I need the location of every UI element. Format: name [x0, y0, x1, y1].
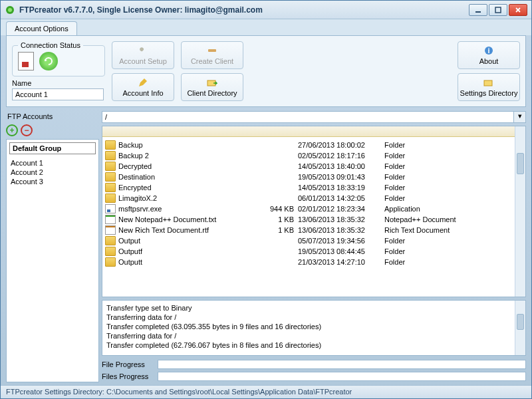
- settings-directory-button[interactable]: Settings Directory: [458, 73, 520, 101]
- file-date: 21/03/2013 14:27:10: [298, 258, 384, 266]
- account-info-button[interactable]: Account Info: [112, 73, 174, 101]
- name-label: Name: [12, 79, 105, 87]
- file-name: Encrypted: [118, 184, 268, 192]
- folder-icon: [105, 257, 116, 267]
- connection-status-box: Connection Status: [12, 41, 105, 76]
- log-scrollbar[interactable]: [515, 301, 525, 355]
- account-item[interactable]: Account 2: [9, 168, 96, 177]
- tabstrip: Account Options: [1, 19, 531, 35]
- svg-text:i: i: [487, 47, 489, 55]
- delete-account-button[interactable]: −: [21, 124, 33, 136]
- folder-gear-icon: [483, 77, 494, 88]
- file-name: Decrypted: [118, 162, 268, 170]
- file-type: Folder: [384, 152, 523, 160]
- log-line: Transfer completed (63.095.355 bytes in …: [106, 322, 521, 331]
- file-name: msftpsrvr.exe: [118, 205, 268, 213]
- maximize-button[interactable]: [489, 4, 507, 16]
- file-progress-label: File Progress: [102, 360, 154, 368]
- file-type: Folder: [384, 173, 523, 181]
- file-list-header: [102, 126, 525, 137]
- file-date: 14/05/2013 18:40:00: [298, 162, 384, 170]
- file-date: 13/06/2013 18:35:32: [298, 226, 384, 234]
- app-icon: [5, 5, 15, 15]
- client-directory-button[interactable]: Client Directory: [181, 73, 243, 101]
- file-row[interactable]: Encrypted14/05/2013 18:33:19Folder: [102, 182, 525, 193]
- file-date: 06/01/2013 14:32:05: [298, 194, 384, 202]
- file-size: 944 KB: [268, 205, 298, 213]
- file-row[interactable]: Output05/07/2013 19:34:56Folder: [102, 235, 525, 246]
- about-button[interactable]: i About: [458, 41, 520, 69]
- minimize-button[interactable]: [469, 4, 487, 16]
- file-type: Folder: [384, 184, 523, 192]
- tab-account-options[interactable]: Account Options: [6, 21, 77, 35]
- folder-icon: [105, 162, 116, 171]
- account-name-input[interactable]: [12, 88, 104, 100]
- folder-icon: [105, 172, 116, 182]
- wrench-icon: [138, 45, 148, 56]
- file-name: Output: [118, 237, 268, 245]
- svg-point-1: [8, 8, 12, 12]
- account-setup-button[interactable]: Account Setup: [112, 41, 174, 69]
- folder-icon: [105, 247, 116, 256]
- transfer-log[interactable]: Transfer type set to BinaryTransferring …: [102, 300, 526, 356]
- rtf-icon: [105, 225, 116, 235]
- top-toolbar-panel: Connection Status Name Account Setup Acc…: [6, 35, 526, 107]
- file-name: Outputt: [118, 258, 268, 266]
- file-date: 14/05/2013 18:33:19: [298, 184, 384, 192]
- path-dropdown-button[interactable]: ▾: [514, 111, 526, 123]
- file-type: Folder: [384, 162, 523, 170]
- file-row[interactable]: New Notepad++ Document.txt1 KB13/06/2013…: [102, 214, 525, 225]
- file-row[interactable]: Outputt21/03/2013 14:27:10Folder: [102, 257, 525, 267]
- files-progress-bar: [158, 372, 526, 381]
- file-date: 19/05/2013 08:44:45: [298, 247, 384, 255]
- file-type: Folder: [384, 258, 523, 266]
- file-size: 1 KB: [268, 226, 298, 234]
- folder-icon: [105, 194, 116, 203]
- file-row[interactable]: Backup 202/05/2012 18:17:16Folder: [102, 150, 525, 161]
- file-name: Outputf: [118, 247, 268, 255]
- folder-icon: [105, 236, 116, 245]
- close-button[interactable]: [509, 4, 527, 16]
- txt-icon: [105, 215, 116, 224]
- file-name: LimagitoX.2: [118, 194, 268, 202]
- folder-arrow-icon: [207, 77, 217, 88]
- file-date: 02/01/2012 18:23:34: [298, 205, 384, 213]
- folder-icon: [105, 151, 116, 160]
- accounts-tree[interactable]: Default Group Account 1Account 2Account …: [6, 139, 99, 382]
- file-row[interactable]: msftpsrvr.exe944 KB02/01/2012 18:23:34Ap…: [102, 203, 525, 214]
- log-line: Transferring data for /: [106, 313, 521, 322]
- log-line: Transfer type set to Binary: [106, 303, 521, 313]
- file-row[interactable]: Decrypted14/05/2013 18:40:00Folder: [102, 161, 525, 172]
- file-date: 13/06/2013 18:35:32: [298, 215, 384, 223]
- file-size: 1 KB: [268, 215, 298, 223]
- file-list-scrollbar[interactable]: [515, 126, 525, 297]
- folder-icon: [105, 183, 116, 192]
- svg-rect-4: [208, 49, 216, 52]
- file-name: New Rich Text Document.rtf: [118, 226, 268, 234]
- account-item[interactable]: Account 1: [9, 158, 96, 168]
- remote-path-input[interactable]: [102, 111, 514, 123]
- log-line: Transfer completed (62.796.067 bytes in …: [106, 340, 521, 350]
- file-row[interactable]: LimagitoX.206/01/2013 14:32:05Folder: [102, 193, 525, 203]
- file-name: Backup: [118, 141, 268, 149]
- file-name: New Notepad++ Document.txt: [118, 215, 268, 223]
- connection-status-legend: Connection Status: [18, 41, 83, 49]
- account-item[interactable]: Account 3: [9, 177, 96, 186]
- add-account-button[interactable]: +: [6, 124, 18, 136]
- file-row[interactable]: New Rich Text Document.rtf1 KB13/06/2013…: [102, 225, 525, 235]
- file-name: Backup 2: [118, 152, 268, 160]
- file-row[interactable]: Destination19/05/2013 09:01:43Folder: [102, 172, 525, 182]
- file-row[interactable]: Backup27/06/2013 18:00:02Folder: [102, 140, 525, 150]
- statusbar: FTPcreator Settings Directory: C:\Docume…: [1, 385, 531, 398]
- ftp-accounts-label: FTP Accounts: [6, 111, 99, 122]
- account-group[interactable]: Default Group: [9, 142, 96, 154]
- file-row[interactable]: Outputf19/05/2013 08:44:45Folder: [102, 246, 525, 257]
- create-client-button[interactable]: Create Client: [181, 41, 243, 69]
- pencil-icon: [138, 77, 148, 88]
- file-date: 27/06/2013 18:00:02: [298, 141, 384, 149]
- file-type: Folder: [384, 237, 523, 245]
- connect-icon[interactable]: [39, 52, 58, 70]
- titlebar: FTPcreator v6.7.7.0, Single License Owne…: [1, 1, 531, 19]
- file-type: Folder: [384, 247, 523, 255]
- file-list[interactable]: Backup27/06/2013 18:00:02FolderBackup 20…: [102, 126, 526, 297]
